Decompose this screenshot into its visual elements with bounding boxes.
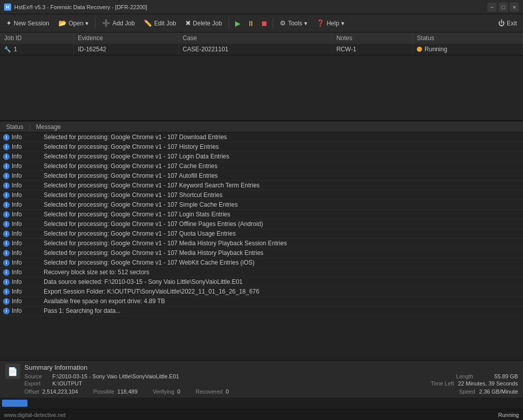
offset-group: Offset 2,514,223,104 [24,389,78,395]
log-status-text: Info [12,163,22,170]
log-area: Status Message i Info Selected for proce… [0,121,523,360]
new-session-icon: ✦ [6,19,12,27]
summary-icon: 📄 [5,364,20,379]
source-value: F:\2010-03-15 - Sony Vaio Little\SonyVai… [52,373,456,379]
log-status-text: Info [12,153,22,160]
log-status-cell: i Info [0,153,41,160]
play-button[interactable]: ▶ [232,17,244,29]
log-header-message: Message [30,123,67,131]
delete-job-button[interactable]: ✖ Delete Job [181,17,226,29]
log-status-cell: i Info [0,134,41,141]
log-status-cell: i Info [0,307,41,314]
info-icon: i [3,279,10,285]
toolbar-separator-2 [228,18,229,29]
log-row: i Info Data source selected: F:\2010-03-… [0,277,523,287]
length-group: Length 55.89 GB [456,373,518,379]
log-message-cell: Selected for processing: Google Chrome v… [41,191,523,199]
log-row: i Info Selected for processing: Google C… [0,161,523,171]
log-row: i Info Selected for processing: Google C… [0,152,523,161]
info-icon: i [3,298,10,305]
info-icon: i [3,173,10,179]
wrench-icon: 🔧 [4,46,11,53]
open-button[interactable]: 📂 Open ▾ [54,17,92,29]
log-message-cell: Pass 1: Searching for data... [41,307,523,314]
time-left-group: Time Left 22 Minutes, 39 Seconds [431,380,518,386]
help-icon: ❓ [316,19,324,27]
log-status-text: Info [12,307,22,314]
log-row: i Info Selected for processing: Google C… [0,171,523,181]
log-message-cell: Selected for processing: Google Chrome v… [41,230,523,237]
log-status-text: Info [12,240,22,247]
log-status-cell: i Info [0,211,41,218]
col-evidence: Evidence [74,33,179,44]
edit-job-button[interactable]: ✏️ Edit Job [140,17,180,29]
log-status-cell: i Info [0,143,41,150]
log-status-cell: i Info [0,172,41,179]
col-notes: Notes [332,33,413,44]
add-job-button[interactable]: ➕ Add Job [98,17,139,29]
log-header-status: Status [0,123,30,131]
speed-group: Speed 2.36 GB/Minute [459,389,518,395]
summary-export-row: Export K:\OUTPUT Time Left 22 Minutes, 3… [24,380,518,386]
job-table-header: Job ID Evidence Case Notes Status [0,33,523,44]
open-icon: 📂 [58,19,67,27]
log-row: i Info Selected for processing: Google C… [0,258,523,268]
log-message-cell: Selected for processing: Google Chrome v… [41,172,523,179]
recovered-label: Recovered [195,389,222,395]
status-running-dot [417,47,422,52]
log-scroll[interactable]: i Info Selected for processing: Google C… [0,133,523,360]
close-button[interactable]: × [510,3,519,12]
table-row[interactable]: 🔧 1 ID-162542 CASE-20221101 RCW-1 Runnin… [0,44,523,55]
minimize-button[interactable]: − [487,3,497,12]
summary-area: 📄 Summary Information Source F:\2010-03-… [0,360,523,398]
tools-button[interactable]: ⚙ Tools ▾ [276,17,311,29]
exit-button[interactable]: ⏻ Exit [494,17,521,29]
cell-job-id: 🔧 1 [0,44,74,55]
maximize-button[interactable]: □ [499,3,508,12]
length-label: Length [456,373,473,379]
verifying-label: Verifying [153,389,174,395]
verifying-group: Verifying 0 [153,389,180,395]
log-status-text: Info [12,220,22,228]
stop-button[interactable]: ⏹ [258,17,270,29]
job-table-body: 🔧 1 ID-162542 CASE-20221101 RCW-1 Runnin… [0,44,523,55]
log-status-text: Info [12,288,22,295]
length-value: 55.89 GB [477,373,518,379]
log-status-text: Info [12,172,22,179]
offset-label: Offset [24,389,39,395]
log-message-cell: Data source selected: F:\2010-03-15 - So… [41,278,523,285]
source-label: Source [24,373,52,379]
log-row: i Info Selected for processing: Google C… [0,142,523,152]
summary-title: Summary Information [24,364,518,371]
log-row: i Info Selected for processing: Google C… [0,190,523,200]
log-status-text: Info [12,182,22,189]
app-icon: H [4,4,11,11]
log-status-text: Info [12,191,22,199]
export-value: K:\OUTPUT [52,380,431,386]
cell-status: Running [413,44,523,55]
log-row: i Info Selected for processing: Google C… [0,210,523,219]
recovered-group: Recovered 0 [195,389,228,395]
info-icon: i [3,153,10,160]
toolbar-separator-1 [95,18,95,29]
log-row: i Info Export Session Folder: K:\OUTPUT\… [0,287,523,297]
log-status-cell: i Info [0,191,41,199]
toolbar: ✦ New Session 📂 Open ▾ ➕ Add Job ✏️ Edit… [0,14,523,33]
log-message-cell: Recovery block size set to: 512 sectors [41,269,523,276]
log-status-text: Info [12,249,22,256]
progress-bar [2,400,27,407]
help-button[interactable]: ❓ Help ▾ [312,17,348,29]
new-session-button[interactable]: ✦ New Session [2,17,53,29]
tools-icon: ⚙ [280,19,286,27]
log-status-text: Info [12,134,22,141]
verifying-value: 0 [177,389,180,395]
delete-job-icon: ✖ [185,19,191,27]
time-left-label: Time Left [431,380,454,386]
log-message-cell: Selected for processing: Google Chrome v… [41,182,523,189]
pause-button[interactable]: ⏸ [245,17,257,29]
log-message-cell: Selected for processing: Google Chrome v… [41,220,523,228]
log-status-text: Info [12,230,22,237]
log-message-cell: Selected for processing: Google Chrome v… [41,211,523,218]
log-row: i Info Selected for processing: Google C… [0,133,523,142]
cell-evidence: ID-162542 [74,44,179,55]
